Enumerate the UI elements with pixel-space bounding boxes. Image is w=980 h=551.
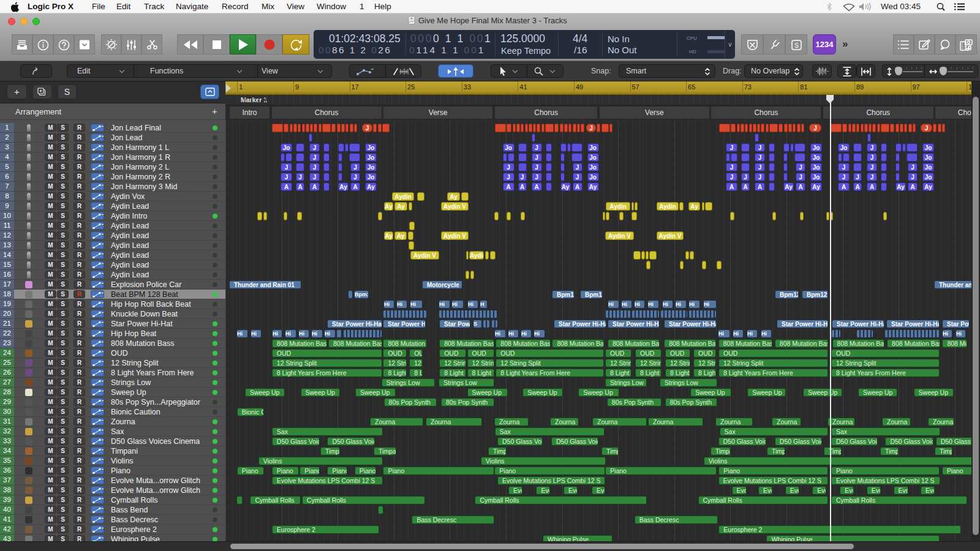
svg-text:S: S [794,42,799,49]
